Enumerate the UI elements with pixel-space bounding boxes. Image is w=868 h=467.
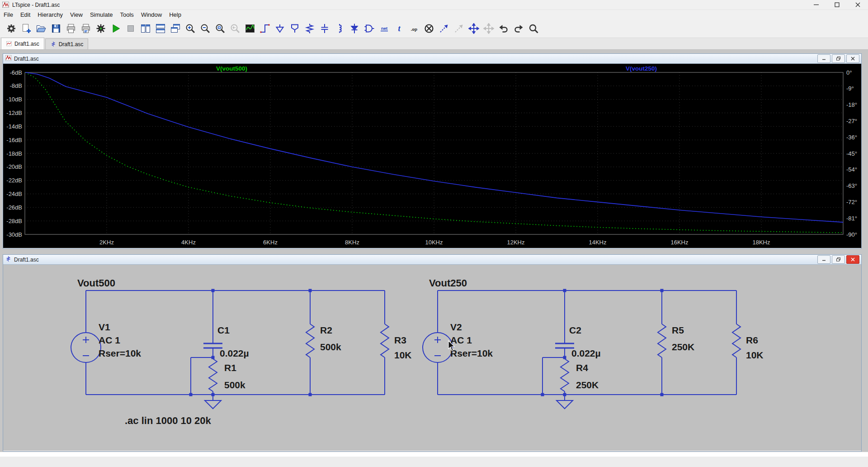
close-icon[interactable] <box>847 0 868 10</box>
paste-icon <box>451 21 466 36</box>
menu-file[interactable]: File <box>0 11 17 19</box>
schematic-label: AC 1 <box>450 335 472 345</box>
menu-window[interactable]: Window <box>137 11 165 19</box>
menu-help[interactable]: Help <box>165 11 185 19</box>
plot-window: Draft1.asc -6dB-8dB-10dB-12dB-14dB-16dB-… <box>3 53 862 249</box>
capacitor-icon[interactable] <box>317 21 332 36</box>
junction-square <box>212 356 215 359</box>
settings-gear-icon[interactable] <box>4 21 19 36</box>
print-icon[interactable] <box>63 21 78 36</box>
schematic-close-icon[interactable] <box>846 255 859 264</box>
netlist-icon[interactable]: net <box>377 21 392 36</box>
ground-symbol[interactable] <box>557 400 573 409</box>
tile-vertical-icon[interactable] <box>138 21 153 36</box>
zoom-full-icon[interactable] <box>212 21 227 36</box>
schematic-minimize-icon[interactable] <box>817 255 830 264</box>
open-icon[interactable] <box>33 21 48 36</box>
menu-edit[interactable]: Edit <box>17 11 34 19</box>
y-axis-phase-label: -27° <box>846 118 857 124</box>
new-schematic-icon[interactable] <box>19 21 33 36</box>
plot-window-buttons <box>817 54 859 63</box>
wire-icon[interactable] <box>257 21 272 36</box>
menu-tools[interactable]: Tools <box>117 11 137 19</box>
resistor-symbol[interactable] <box>658 324 666 357</box>
y-axis-db-label: -8dB <box>10 82 22 89</box>
y-axis-db-label: -14dB <box>6 123 22 130</box>
delete-icon[interactable] <box>421 21 436 36</box>
resistor-symbol[interactable] <box>209 359 217 391</box>
plot-window-titlebar: Draft1.asc <box>3 54 861 64</box>
trace-V(vout500) <box>25 72 843 233</box>
trace-label[interactable]: V(vout250) <box>626 65 657 72</box>
schematic-label: R3 <box>394 335 406 345</box>
spice-directive-text: .ac lin 1000 10 20k <box>125 415 212 426</box>
schematic-canvas[interactable]: Vout500V1AC 1Rser=10kC10.022µR1500kR2500… <box>3 265 861 451</box>
move-icon[interactable] <box>466 21 481 36</box>
undo-icon[interactable] <box>496 21 511 36</box>
label-net-icon[interactable] <box>287 21 302 36</box>
tab-schematic-icon <box>50 41 57 47</box>
x-axis-label: 2KHz <box>99 239 114 246</box>
resistor-symbol[interactable] <box>561 359 569 391</box>
plot-minimize-icon[interactable] <box>817 54 830 63</box>
print-setup-icon[interactable] <box>78 21 93 36</box>
y-axis-db-label: -24dB <box>6 191 22 197</box>
schematic-label: V2 <box>450 322 462 332</box>
schematic-restore-icon[interactable] <box>832 255 845 264</box>
cascade-icon[interactable] <box>168 21 183 36</box>
y-axis-phase-label: -72° <box>846 199 857 205</box>
resistor-symbol[interactable] <box>381 324 389 357</box>
ground-symbol[interactable] <box>205 400 221 409</box>
schematic-label: 0.022µ <box>571 348 601 358</box>
menu-hierarchy[interactable]: Hierarchy <box>34 11 66 19</box>
schematic-label: R5 <box>672 325 684 335</box>
spice-directive-icon[interactable]: .op <box>406 21 421 36</box>
schematic-label: 0.022µ <box>220 348 249 358</box>
sim-settings-icon[interactable] <box>93 21 108 36</box>
zoom-out-icon[interactable] <box>198 21 212 36</box>
component-icon[interactable] <box>362 21 377 36</box>
resistor-symbol[interactable] <box>732 324 741 357</box>
junction-square <box>189 393 193 396</box>
y-axis-phase-label: -36° <box>846 134 857 141</box>
plot-window-title: Draft1.asc <box>14 56 39 62</box>
junction-square <box>660 289 664 292</box>
find-icon[interactable] <box>526 21 541 36</box>
x-axis-label: 16KHz <box>670 239 688 246</box>
titlebar: LTspice - Draft1.asc <box>0 0 868 10</box>
redo-icon[interactable] <box>511 21 526 36</box>
tab-waveform[interactable]: Draft1.asc <box>1 38 44 49</box>
maximize-icon[interactable] <box>826 0 847 10</box>
trace-label[interactable]: V(vout500) <box>216 65 247 72</box>
toolbar: nett.op <box>0 19 868 38</box>
resistor-icon[interactable] <box>302 21 317 36</box>
tab-schematic[interactable]: Draft1.asc <box>45 38 89 49</box>
ground-icon[interactable] <box>272 21 287 36</box>
resistor-symbol[interactable] <box>306 324 314 357</box>
trace-V(vout250) <box>25 72 843 222</box>
menu-simulate[interactable]: Simulate <box>86 11 117 19</box>
plot-restore-icon[interactable] <box>832 54 845 63</box>
menu-bar: FileEditHierarchyViewSimulateToolsWindow… <box>0 10 868 19</box>
drag-icon <box>481 21 496 36</box>
duplicate-icon[interactable] <box>436 21 451 36</box>
inductor-icon[interactable] <box>332 21 347 36</box>
junction-square <box>563 393 566 396</box>
menu-view[interactable]: View <box>66 11 86 19</box>
save-icon[interactable] <box>48 21 63 36</box>
zoom-in-icon[interactable] <box>183 21 198 36</box>
diode-icon[interactable] <box>347 21 362 36</box>
plot-close-icon[interactable] <box>846 54 859 63</box>
text-tool-icon[interactable]: t <box>392 21 406 36</box>
tile-horizontal-icon[interactable] <box>153 21 168 36</box>
waveform-icon[interactable] <box>242 21 257 36</box>
y-axis-phase-label: 0° <box>846 69 852 76</box>
schematic-label: V1 <box>99 322 110 332</box>
waveform-plot-area[interactable]: -6dB-8dB-10dB-12dB-14dB-16dB-18dB-20dB-2… <box>3 64 861 248</box>
halt-icon[interactable] <box>123 21 138 36</box>
schematic-window-titlebar: Draft1.asc <box>3 255 861 265</box>
minimize-icon[interactable] <box>806 0 826 10</box>
run-icon[interactable] <box>108 21 123 36</box>
tab-bar: Draft1.ascDraft1.asc <box>0 38 868 50</box>
window-title: LTspice - Draft1.asc <box>12 2 60 8</box>
